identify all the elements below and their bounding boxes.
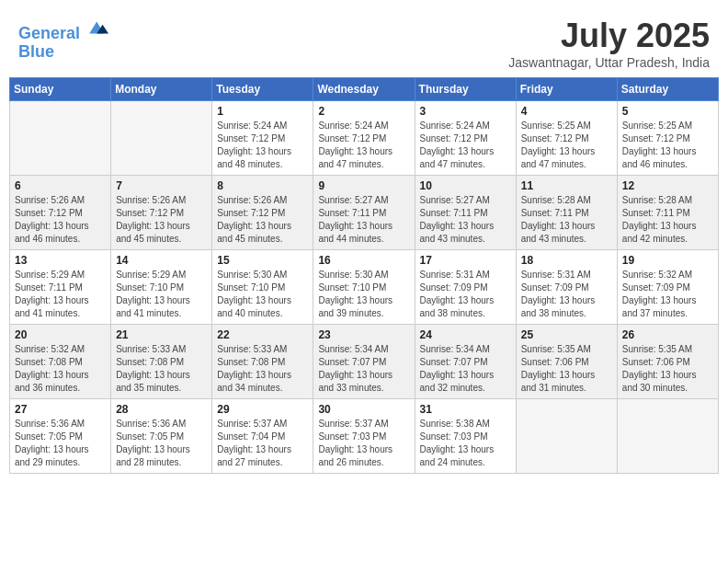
calendar-cell: 21Sunrise: 5:33 AM Sunset: 7:08 PM Dayli… [111,325,212,399]
calendar-cell: 3Sunrise: 5:24 AM Sunset: 7:12 PM Daylig… [415,101,516,176]
day-number: 3 [420,105,511,118]
day-info: Sunrise: 5:24 AM Sunset: 7:12 PM Dayligh… [318,120,409,171]
day-number: 11 [521,179,612,192]
calendar-header-row: SundayMondayTuesdayWednesdayThursdayFrid… [10,78,719,101]
logo: General Blue [18,17,108,62]
day-info: Sunrise: 5:25 AM Sunset: 7:12 PM Dayligh… [521,120,612,171]
col-header-friday: Friday [516,78,617,101]
calendar-cell: 6Sunrise: 5:26 AM Sunset: 7:12 PM Daylig… [10,176,111,250]
calendar-cell [10,101,111,176]
calendar-cell: 20Sunrise: 5:32 AM Sunset: 7:08 PM Dayli… [10,325,111,399]
calendar-cell: 5Sunrise: 5:25 AM Sunset: 7:12 PM Daylig… [617,101,718,176]
day-info: Sunrise: 5:38 AM Sunset: 7:03 PM Dayligh… [420,418,511,469]
page-header: General Blue July 2025 Jaswantnagar, Utt… [9,9,719,74]
calendar-cell: 16Sunrise: 5:30 AM Sunset: 7:10 PM Dayli… [313,250,415,325]
day-number: 29 [217,403,308,416]
location-title: Jaswantnagar, Uttar Pradesh, India [508,55,710,70]
day-info: Sunrise: 5:29 AM Sunset: 7:11 PM Dayligh… [15,269,106,320]
day-info: Sunrise: 5:26 AM Sunset: 7:12 PM Dayligh… [116,194,207,246]
col-header-wednesday: Wednesday [313,78,415,101]
col-header-monday: Monday [111,78,212,101]
day-number: 7 [116,179,207,192]
day-number: 6 [15,179,106,192]
day-info: Sunrise: 5:24 AM Sunset: 7:12 PM Dayligh… [420,120,511,171]
logo-icon [86,17,108,39]
day-info: Sunrise: 5:36 AM Sunset: 7:05 PM Dayligh… [15,418,106,469]
logo-text: General [18,17,108,43]
calendar-week-row: 1Sunrise: 5:24 AM Sunset: 7:12 PM Daylig… [10,101,719,176]
calendar-cell [516,399,617,474]
month-title: July 2025 [508,17,710,55]
calendar-cell: 30Sunrise: 5:37 AM Sunset: 7:03 PM Dayli… [313,399,415,474]
calendar-cell: 27Sunrise: 5:36 AM Sunset: 7:05 PM Dayli… [10,399,111,474]
calendar-cell: 14Sunrise: 5:29 AM Sunset: 7:10 PM Dayli… [111,250,212,325]
day-info: Sunrise: 5:30 AM Sunset: 7:10 PM Dayligh… [217,269,308,320]
calendar-cell: 28Sunrise: 5:36 AM Sunset: 7:05 PM Dayli… [111,399,212,474]
calendar-cell: 17Sunrise: 5:31 AM Sunset: 7:09 PM Dayli… [415,250,516,325]
day-info: Sunrise: 5:32 AM Sunset: 7:09 PM Dayligh… [622,269,713,320]
day-number: 28 [116,403,207,416]
day-number: 14 [116,254,207,267]
day-number: 4 [521,105,612,118]
day-number: 19 [622,254,713,267]
calendar-cell: 7Sunrise: 5:26 AM Sunset: 7:12 PM Daylig… [111,176,212,250]
day-info: Sunrise: 5:33 AM Sunset: 7:08 PM Dayligh… [217,343,308,395]
col-header-tuesday: Tuesday [212,78,313,101]
day-number: 15 [217,254,308,267]
day-number: 2 [318,105,409,118]
calendar-week-row: 27Sunrise: 5:36 AM Sunset: 7:05 PM Dayli… [10,399,719,474]
day-info: Sunrise: 5:28 AM Sunset: 7:11 PM Dayligh… [622,194,713,246]
day-number: 1 [217,105,308,118]
calendar-cell: 23Sunrise: 5:34 AM Sunset: 7:07 PM Dayli… [313,325,415,399]
day-number: 25 [521,328,612,341]
calendar-cell: 4Sunrise: 5:25 AM Sunset: 7:12 PM Daylig… [516,101,617,176]
title-block: July 2025 Jaswantnagar, Uttar Pradesh, I… [508,17,710,70]
day-number: 30 [318,403,409,416]
logo-blue: Blue [18,43,108,62]
day-number: 8 [217,179,308,192]
day-number: 13 [15,254,106,267]
calendar-table: SundayMondayTuesdayWednesdayThursdayFrid… [9,77,719,474]
col-header-thursday: Thursday [415,78,516,101]
day-number: 27 [15,403,106,416]
calendar-cell [111,101,212,176]
calendar-cell: 11Sunrise: 5:28 AM Sunset: 7:11 PM Dayli… [516,176,617,250]
calendar-week-row: 13Sunrise: 5:29 AM Sunset: 7:11 PM Dayli… [10,250,719,325]
day-number: 16 [318,254,409,267]
calendar-cell [617,399,718,474]
calendar-cell: 13Sunrise: 5:29 AM Sunset: 7:11 PM Dayli… [10,250,111,325]
day-info: Sunrise: 5:37 AM Sunset: 7:04 PM Dayligh… [217,418,308,469]
day-info: Sunrise: 5:36 AM Sunset: 7:05 PM Dayligh… [116,418,207,469]
day-info: Sunrise: 5:32 AM Sunset: 7:08 PM Dayligh… [15,343,106,395]
day-number: 22 [217,328,308,341]
day-number: 17 [420,254,511,267]
calendar-cell: 2Sunrise: 5:24 AM Sunset: 7:12 PM Daylig… [313,101,415,176]
calendar-cell: 1Sunrise: 5:24 AM Sunset: 7:12 PM Daylig… [212,101,313,176]
calendar-cell: 15Sunrise: 5:30 AM Sunset: 7:10 PM Dayli… [212,250,313,325]
calendar-cell: 25Sunrise: 5:35 AM Sunset: 7:06 PM Dayli… [516,325,617,399]
day-info: Sunrise: 5:27 AM Sunset: 7:11 PM Dayligh… [318,194,409,246]
day-number: 10 [420,179,511,192]
day-info: Sunrise: 5:25 AM Sunset: 7:12 PM Dayligh… [622,120,713,171]
day-info: Sunrise: 5:31 AM Sunset: 7:09 PM Dayligh… [521,269,612,320]
calendar-week-row: 6Sunrise: 5:26 AM Sunset: 7:12 PM Daylig… [10,176,719,250]
day-info: Sunrise: 5:35 AM Sunset: 7:06 PM Dayligh… [622,343,713,395]
day-number: 9 [318,179,409,192]
calendar-cell: 26Sunrise: 5:35 AM Sunset: 7:06 PM Dayli… [617,325,718,399]
day-info: Sunrise: 5:37 AM Sunset: 7:03 PM Dayligh… [318,418,409,469]
calendar-cell: 18Sunrise: 5:31 AM Sunset: 7:09 PM Dayli… [516,250,617,325]
calendar-cell: 10Sunrise: 5:27 AM Sunset: 7:11 PM Dayli… [415,176,516,250]
col-header-sunday: Sunday [10,78,111,101]
calendar-week-row: 20Sunrise: 5:32 AM Sunset: 7:08 PM Dayli… [10,325,719,399]
col-header-saturday: Saturday [617,78,718,101]
day-number: 12 [622,179,713,192]
calendar-cell: 29Sunrise: 5:37 AM Sunset: 7:04 PM Dayli… [212,399,313,474]
day-number: 24 [420,328,511,341]
day-info: Sunrise: 5:30 AM Sunset: 7:10 PM Dayligh… [318,269,409,320]
calendar-cell: 12Sunrise: 5:28 AM Sunset: 7:11 PM Dayli… [617,176,718,250]
calendar-cell: 24Sunrise: 5:34 AM Sunset: 7:07 PM Dayli… [415,325,516,399]
day-info: Sunrise: 5:34 AM Sunset: 7:07 PM Dayligh… [318,343,409,395]
day-number: 31 [420,403,511,416]
day-info: Sunrise: 5:26 AM Sunset: 7:12 PM Dayligh… [15,194,106,246]
day-info: Sunrise: 5:26 AM Sunset: 7:12 PM Dayligh… [217,194,308,246]
